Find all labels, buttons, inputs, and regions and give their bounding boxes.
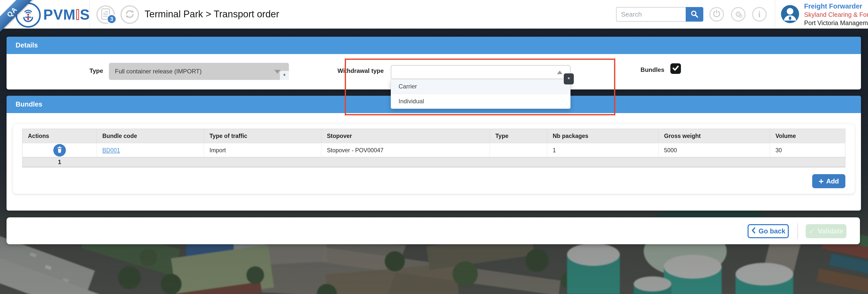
plus-icon: + — [819, 177, 824, 186]
user-company: Skyland Clearing & Forw — [804, 10, 868, 19]
type-label: Type — [70, 67, 103, 74]
row-count: 1 — [22, 159, 97, 166]
page-title: Terminal Park > Transport order — [145, 0, 279, 28]
trash-icon — [56, 146, 63, 154]
power-icon — [712, 9, 721, 19]
search-icon — [690, 10, 699, 19]
app-logo-text: PVMIS — [43, 6, 90, 23]
header-divider-right — [775, 0, 775, 28]
withdrawal-type-dropdown: Carrier Individual — [391, 79, 570, 109]
app-root: QA PVMIS — [0, 0, 868, 294]
chevron-left-icon — [751, 227, 756, 235]
add-bundle-button[interactable]: + Add — [812, 174, 845, 188]
col-header-nb-packages: Nb packages — [547, 129, 658, 143]
table-row: BD001 Import Stopover - POV00047 1 5000 … — [22, 143, 845, 157]
bundles-table: Actions Bundle code Type of traffic Stop… — [22, 129, 845, 167]
info-icon: i — [758, 9, 761, 19]
row-type-of-traffic-cell: Import — [204, 143, 321, 157]
add-button-label: Add — [826, 177, 839, 185]
bundle-code-link[interactable]: BD001 — [102, 147, 120, 154]
settings-button[interactable]: ⚙ ⚙ — [731, 7, 746, 22]
delete-bundle-button[interactable] — [53, 144, 66, 157]
caret-up-icon — [557, 71, 562, 74]
user-organization: Port Victoria Managem — [804, 19, 868, 27]
user-info[interactable]: Freight Forwarder Skyland Clearing & For… — [804, 2, 868, 27]
orders-button[interactable]: 3 — [96, 5, 115, 24]
col-header-bundle-code: Bundle code — [97, 129, 204, 143]
withdrawal-type-select[interactable] — [391, 65, 570, 79]
logout-button[interactable] — [709, 7, 724, 22]
validate-button[interactable]: ✓ Validate — [806, 224, 846, 238]
withdrawal-type-label: Withdrawal type — [336, 67, 384, 74]
row-gross-weight-cell: 5000 — [658, 143, 770, 157]
row-actions-cell — [22, 143, 97, 157]
row-bundle-code-cell: BD001 — [97, 143, 204, 157]
row-volume-cell: 30 — [770, 143, 845, 157]
details-section-header: Details — [6, 37, 861, 54]
col-header-actions: Actions — [22, 129, 97, 143]
notification-badge: 3 — [106, 14, 117, 24]
col-header-gross-weight: Gross weight — [658, 129, 770, 143]
caret-down-icon — [274, 70, 280, 74]
col-header-volume: Volume — [770, 129, 845, 143]
validate-label: Validate — [818, 227, 843, 235]
validate-check-icon: ✓ — [809, 227, 814, 235]
search-input[interactable] — [616, 7, 686, 22]
gear-small-icon: ⚙ — [739, 13, 743, 19]
info-button[interactable]: i — [752, 7, 767, 22]
user-avatar[interactable] — [781, 5, 799, 23]
refresh-button[interactable] — [120, 5, 139, 24]
action-bar-divider — [797, 223, 798, 239]
header-divider — [90, 0, 90, 28]
person-icon — [781, 4, 799, 24]
row-nb-packages-cell: 1 — [547, 143, 658, 157]
required-marker: * — [280, 71, 289, 80]
bundles-label: Bundles — [631, 66, 664, 73]
check-icon — [672, 64, 679, 73]
bottom-action-bar — [6, 217, 860, 244]
user-role: Freight Forwarder — [804, 2, 868, 10]
type-select-value: Full container release (IMPORT) — [109, 63, 289, 80]
table-header-row: Actions Bundle code Type of traffic Stop… — [22, 129, 845, 143]
row-stopover-cell: Stopover - POV00047 — [321, 143, 490, 157]
anchor-logo-icon — [22, 7, 35, 23]
table-footer-row: 1 — [22, 157, 845, 167]
dropdown-option-individual[interactable]: Individual — [391, 94, 570, 108]
col-header-type: Type — [490, 129, 547, 143]
type-select[interactable]: Full container release (IMPORT) * — [109, 63, 289, 80]
app-header: QA PVMIS — [0, 0, 868, 29]
row-type-cell — [490, 143, 547, 157]
go-back-label: Go back — [758, 227, 785, 235]
required-marker-dark: * — [564, 73, 574, 85]
col-header-stopover: Stopover — [321, 129, 490, 143]
dropdown-option-carrier[interactable]: Carrier — [391, 79, 570, 94]
bundles-checkbox[interactable] — [670, 63, 681, 74]
refresh-icon — [125, 9, 135, 20]
search-button[interactable] — [686, 7, 703, 22]
go-back-button[interactable]: Go back — [748, 224, 789, 238]
col-header-type-of-traffic: Type of traffic — [204, 129, 321, 143]
